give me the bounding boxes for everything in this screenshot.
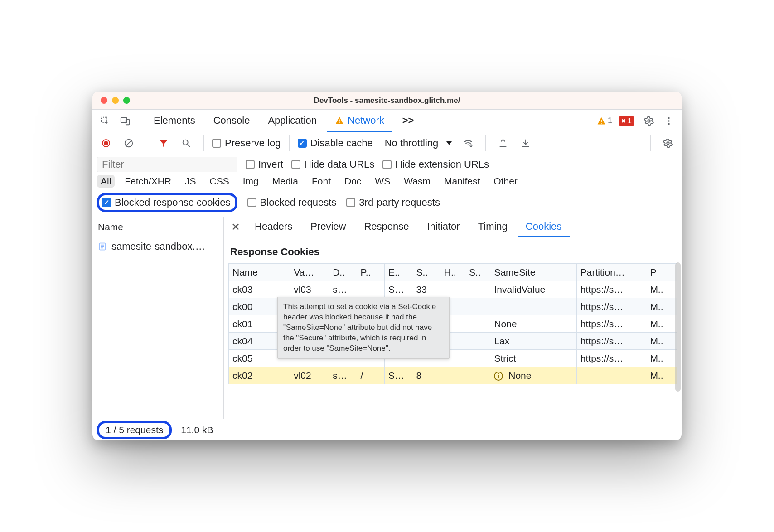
main-tab-bar: Elements Console Application Network >> … (92, 110, 682, 132)
svg-line-14 (188, 144, 190, 147)
chip-font[interactable]: Font (308, 175, 334, 188)
devtools-window: DevTools - samesite-sandbox.glitch.me/ E… (92, 92, 682, 440)
svg-rect-0 (102, 117, 107, 122)
svg-rect-3 (339, 119, 340, 121)
invert-checkbox[interactable]: Invert (246, 159, 283, 170)
device-toggle-icon[interactable] (116, 112, 134, 130)
main-split: Name samesite-sandbox.… ✕ Headers Previe… (92, 217, 682, 419)
cookie-blocked-tooltip: This attempt to set a cookie via a Set-C… (277, 297, 450, 359)
status-bar: 1 / 5 requests 11.0 kB (92, 419, 682, 440)
request-list: Name samesite-sandbox.… (92, 217, 224, 419)
clear-icon[interactable] (120, 134, 138, 152)
detail-tab-response[interactable]: Response (356, 218, 417, 237)
svg-point-16 (667, 142, 669, 145)
chip-fetch-xhr[interactable]: Fetch/XHR (121, 175, 175, 188)
throttling-select[interactable]: No throttling (385, 137, 452, 149)
network-conditions-icon[interactable] (459, 134, 477, 152)
extra-filters-row: Blocked response cookies Blocked request… (92, 190, 682, 217)
request-name: samesite-sandbox.… (111, 241, 205, 252)
chip-manifest[interactable]: Manifest (440, 175, 484, 188)
tab-elements[interactable]: Elements (145, 110, 203, 132)
svg-point-7 (648, 120, 650, 122)
chip-media[interactable]: Media (269, 175, 302, 188)
third-party-requests-checkbox[interactable]: 3rd-party requests (346, 197, 440, 208)
request-count: 1 / 5 requests (106, 425, 163, 435)
table-row[interactable]: ck03vl03s…S…33InvalidValuehttps://s…M.. (229, 281, 677, 298)
svg-point-15 (470, 145, 472, 146)
detail-tab-preview[interactable]: Preview (302, 218, 354, 237)
request-row[interactable]: samesite-sandbox.… (92, 237, 223, 256)
svg-point-10 (668, 123, 670, 125)
window-title: DevTools - samesite-sandbox.glitch.me/ (92, 96, 682, 105)
filter-input[interactable] (97, 157, 237, 172)
chip-all[interactable]: All (97, 175, 115, 188)
export-har-icon[interactable] (494, 134, 512, 152)
svg-rect-5 (601, 120, 602, 122)
svg-rect-4 (339, 122, 340, 123)
preserve-log-checkbox[interactable]: Preserve log (212, 137, 281, 149)
settings-icon[interactable] (640, 112, 658, 130)
scrollbar[interactable] (675, 262, 681, 392)
detail-tab-cookies[interactable]: Cookies (518, 218, 570, 237)
issues-warning-count[interactable]: 1 (597, 116, 612, 126)
tab-application[interactable]: Application (260, 110, 325, 132)
document-icon (98, 242, 107, 251)
svg-point-8 (668, 117, 670, 119)
disable-cache-checkbox[interactable]: Disable cache (298, 137, 373, 149)
close-detail-button[interactable]: ✕ (227, 221, 245, 233)
transfer-size: 11.0 kB (181, 425, 213, 435)
record-button[interactable] (97, 134, 115, 152)
request-list-header: Name (92, 217, 223, 237)
hide-extension-urls-checkbox[interactable]: Hide extension URLs (382, 159, 489, 170)
table-row[interactable]: ck02vl02s…/S…8i NoneM.. (229, 367, 677, 384)
chevron-down-icon (446, 141, 452, 145)
network-toolbar: Preserve log Disable cache No throttling (92, 132, 682, 154)
chip-img[interactable]: Img (239, 175, 262, 188)
detail-tab-bar: ✕ Headers Preview Response Initiator Tim… (224, 217, 682, 237)
tab-network[interactable]: Network (327, 110, 392, 132)
response-cookies-heading: Response Cookies (230, 246, 675, 258)
search-icon[interactable] (177, 134, 195, 152)
highlight-ring: Blocked response cookies (97, 193, 237, 212)
svg-rect-6 (601, 123, 602, 124)
detail-tab-initiator[interactable]: Initiator (419, 218, 468, 237)
highlight-ring: 1 / 5 requests (97, 421, 172, 439)
warning-icon (597, 116, 606, 126)
tab-console[interactable]: Console (205, 110, 258, 132)
chip-wasm[interactable]: Wasm (400, 175, 434, 188)
detail-tab-headers[interactable]: Headers (247, 218, 300, 237)
detail-pane: ✕ Headers Preview Response Initiator Tim… (224, 217, 682, 419)
detail-tab-timing[interactable]: Timing (470, 218, 516, 237)
hide-data-urls-checkbox[interactable]: Hide data URLs (291, 159, 374, 170)
network-settings-icon[interactable] (659, 134, 677, 152)
info-icon[interactable]: i (494, 372, 503, 381)
issues-error-count[interactable]: 1 (619, 116, 634, 126)
filter-icon[interactable] (155, 134, 173, 152)
svg-point-9 (668, 120, 670, 122)
chip-js[interactable]: JS (181, 175, 200, 188)
cookies-panel: Response Cookies Name Va… D.. P.. E.. S.… (224, 237, 682, 419)
svg-point-13 (183, 140, 188, 145)
svg-line-12 (126, 140, 131, 145)
chip-other[interactable]: Other (490, 175, 521, 188)
tab-overflow-button[interactable]: >> (394, 110, 422, 132)
blocked-response-cookies-checkbox[interactable]: Blocked response cookies (102, 197, 231, 208)
title-bar: DevTools - samesite-sandbox.glitch.me/ (92, 92, 682, 110)
chip-css[interactable]: CSS (206, 175, 233, 188)
blocked-requests-checkbox[interactable]: Blocked requests (247, 197, 337, 208)
table-header-row: Name Va… D.. P.. E.. S.. H.. S.. SameSit… (229, 264, 677, 281)
filter-row: Invert Hide data URLs Hide extension URL… (92, 154, 682, 173)
warning-icon (335, 116, 344, 125)
chip-ws[interactable]: WS (371, 175, 394, 188)
import-har-icon[interactable] (517, 134, 535, 152)
kebab-menu-icon[interactable] (660, 112, 678, 130)
chip-doc[interactable]: Doc (341, 175, 365, 188)
inspect-icon[interactable] (96, 112, 114, 130)
resource-type-chips: All Fetch/XHR JS CSS Img Media Font Doc … (92, 173, 682, 190)
